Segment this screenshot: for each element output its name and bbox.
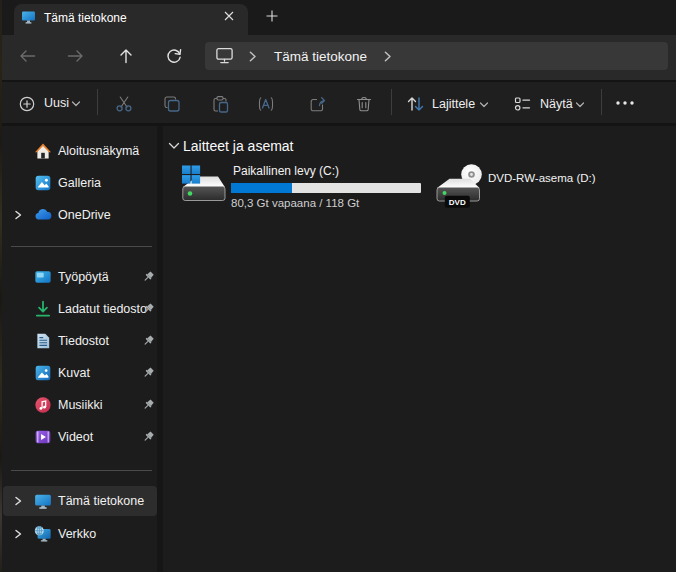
- svg-text:DVD: DVD: [449, 198, 466, 207]
